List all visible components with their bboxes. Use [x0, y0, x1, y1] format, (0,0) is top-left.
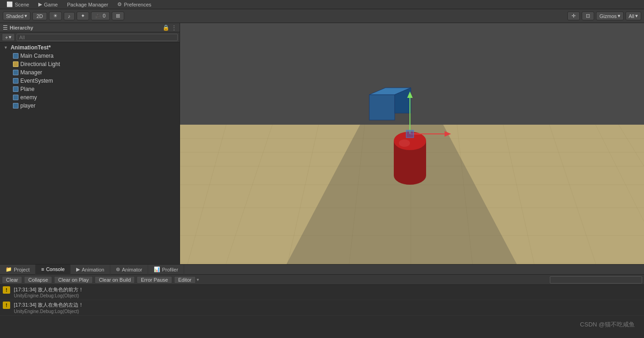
fx-toggle[interactable]: ✦ — [77, 12, 89, 20]
hierarchy-menu-icon: ☰ — [3, 24, 8, 31]
audio-toggle[interactable]: ♪ — [64, 12, 75, 20]
editor-button[interactable]: Editor — [174, 276, 196, 284]
warn-icon: ! — [3, 286, 10, 294]
list-item[interactable]: Main Camera — [0, 52, 180, 60]
game-object-icon — [13, 78, 18, 84]
grid-toggle[interactable]: ⊞ — [112, 12, 124, 20]
profiler-icon: 📊 — [154, 266, 160, 272]
scene-view-icon: ⬜ — [6, 1, 13, 7]
tab-preferences[interactable]: ⚙ Preferences — [113, 0, 156, 8]
chevron-down-icon: ▾ — [9, 34, 12, 40]
tab-game[interactable]: ▶ Game — [34, 0, 62, 8]
directional-light-icon — [13, 61, 18, 67]
hierarchy-search-input[interactable] — [17, 34, 178, 41]
console-log-list: ! [17:31:34] 敌人在角色的前方！ UnityEngine.Debug… — [0, 285, 644, 338]
tab-scene[interactable]: ⬜ Scene — [2, 0, 34, 8]
chevron-down-icon: ▾ — [635, 13, 638, 19]
game-object-icon — [13, 86, 18, 92]
hierarchy-more-icon[interactable]: ⋮ — [171, 24, 177, 31]
list-item[interactable]: player — [0, 102, 180, 110]
top-menu-bar: ⬜ Scene ▶ Game Package Manager ⚙ Prefere… — [0, 0, 644, 9]
chevron-down-icon: ▾ — [197, 277, 199, 282]
scene-view[interactable] — [180, 23, 644, 264]
hierarchy-lock-icon[interactable]: 🔒 — [163, 24, 169, 31]
list-item[interactable]: EventSystem — [0, 77, 180, 85]
svg-rect-31 — [406, 130, 414, 138]
project-folder-icon: 📁 — [6, 266, 12, 272]
hierarchy-content: ▼ AnimationTest* Main Camera Directional… — [0, 42, 180, 264]
list-item[interactable]: Manager — [0, 68, 180, 77]
move-tool[interactable]: ✛ — [567, 12, 580, 20]
game-object-icon — [13, 70, 18, 75]
console-log-text: [17:31:34] 敌人在角色的左边！ UnityEngine.Debug:L… — [14, 302, 84, 314]
scene-viewport — [180, 23, 644, 264]
game-icon: ▶ — [38, 1, 42, 7]
svg-rect-20 — [369, 95, 395, 120]
view-options[interactable]: ⊡ — [582, 12, 594, 20]
tab-profiler[interactable]: 📊 Profiler — [148, 265, 184, 275]
collapse-button[interactable]: Collapse — [24, 276, 52, 284]
tab-animation[interactable]: ▶ Animation — [71, 265, 110, 275]
tab-project[interactable]: 📁 Project — [0, 265, 36, 275]
game-object-icon — [13, 95, 18, 100]
console-toolbar: Clear Collapse Clear on Play Clear on Bu… — [0, 275, 644, 285]
animator-icon: ⊛ — [116, 266, 120, 272]
list-item[interactable]: enemy — [0, 93, 180, 102]
bottom-tabs-bar: 📁 Project ≡ Console ▶ Animation ⊛ Animat… — [0, 265, 644, 275]
error-pause-button[interactable]: Error Pause — [137, 276, 172, 284]
console-search-input[interactable] — [550, 276, 642, 284]
clear-on-build-button[interactable]: Clear on Build — [95, 276, 135, 284]
warn-icon: ! — [3, 302, 10, 309]
hierarchy-toolbar: + ▾ — [0, 32, 180, 42]
clear-button[interactable]: Clear — [2, 276, 22, 284]
main-layout: ☰ Hierarchy 🔒 ⋮ + ▾ ▼ AnimationTest* Mai… — [0, 23, 644, 264]
list-item[interactable]: Plane — [0, 85, 180, 93]
tab-animator[interactable]: ⊛ Animator — [110, 265, 148, 275]
scene-toolbar: Shaded ▾ 2D ☀ ♪ ✦ 🎥 0 ⊞ ✛ ⊡ Gizmos ▾ All… — [0, 9, 644, 23]
game-object-icon — [13, 103, 18, 109]
game-object-icon — [13, 53, 18, 59]
console-log-row[interactable]: ! [17:31:34] 敌人在角色的前方！ UnityEngine.Debug… — [0, 285, 644, 300]
svg-point-26 — [399, 139, 410, 147]
chevron-down-icon: ▾ — [24, 13, 27, 19]
console-icon: ≡ — [41, 266, 44, 272]
console-log-text: [17:31:34] 敌人在角色的前方！ UnityEngine.Debug:L… — [14, 286, 84, 298]
gizmos-dropdown[interactable]: Gizmos ▾ — [596, 12, 623, 20]
hierarchy-panel: ☰ Hierarchy 🔒 ⋮ + ▾ ▼ AnimationTest* Mai… — [0, 23, 180, 264]
scene-camera-btn[interactable]: 🎥 0 — [91, 12, 110, 20]
editor-dropdown[interactable]: Editor ▾ — [174, 276, 199, 284]
hierarchy-header: ☰ Hierarchy 🔒 ⋮ — [0, 23, 180, 32]
chevron-down-icon: ▾ — [618, 13, 620, 19]
bottom-panel: 📁 Project ≡ Console ▶ Animation ⊛ Animat… — [0, 264, 644, 338]
all-dropdown[interactable]: All ▾ — [626, 12, 641, 20]
hierarchy-root-item[interactable]: ▼ AnimationTest* — [0, 43, 180, 52]
lighting-toggle[interactable]: ☀ — [49, 12, 62, 20]
tab-package-manager[interactable]: Package Manager — [62, 1, 113, 8]
shading-dropdown[interactable]: Shaded ▾ — [3, 12, 30, 20]
list-item[interactable]: Directional Light — [0, 60, 180, 68]
clear-on-play-button[interactable]: Clear on Play — [54, 276, 93, 284]
expand-arrow: ▼ — [4, 45, 8, 50]
hierarchy-add-button[interactable]: + ▾ — [2, 33, 15, 41]
2d-toggle[interactable]: 2D — [32, 12, 47, 20]
animation-icon: ▶ — [76, 266, 80, 272]
tab-console[interactable]: ≡ Console — [36, 265, 71, 275]
preferences-gear-icon: ⚙ — [117, 1, 122, 7]
console-log-row[interactable]: ! [17:31:34] 敌人在角色的左边！ UnityEngine.Debug… — [0, 300, 644, 315]
